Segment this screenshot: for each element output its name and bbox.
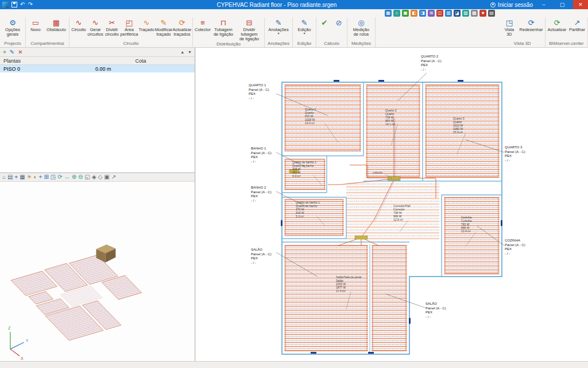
room-label-quarto2: Quarto 2 Quarto 734 W 894 W 14.1 m² xyxy=(385,109,396,126)
grid-icon[interactable]: ⊞ xyxy=(44,174,48,181)
button-label: Actualizar xyxy=(548,28,567,32)
ribbon-group-projecto: ⚙ Opções gerais Projecto xyxy=(0,17,26,47)
callout-quarto1: QUARTO 1 Painel (A - C) PEX - / - xyxy=(249,83,269,101)
undo-icon[interactable]: ↶ xyxy=(20,2,25,7)
quick-launch-icon-8[interactable]: ▥ xyxy=(445,10,452,17)
shadow-icon[interactable]: ◐ xyxy=(34,174,37,181)
quick-launch-icon-12[interactable]: ★ xyxy=(479,10,486,17)
button-label: Partilhar xyxy=(569,28,585,32)
cube-icon: ◳ xyxy=(506,19,513,28)
actualizar-tracados-button[interactable]: ⟳ Actualizar traçados xyxy=(173,18,191,37)
move-up-button[interactable]: ▲ xyxy=(180,49,184,56)
vista-3d-button[interactable]: ◳ Vista 3D xyxy=(501,18,518,37)
anular-calculo-button[interactable]: ⊘ xyxy=(332,18,346,28)
print-icon[interactable]: ▤ xyxy=(7,174,13,181)
axes-icon[interactable]: + xyxy=(39,174,42,181)
callout-salao-right: SALÃO Painel (A - C) PEX - / - xyxy=(425,302,446,319)
callout-banho1: BANHO 1 Painel (A - C) PEX - / - xyxy=(251,147,272,164)
user-icon xyxy=(490,2,496,7)
left-panel: + ✎ ✕ ▲ ▼ Plantas Cota PISO 0 0.00 m ⌂ ▤… xyxy=(0,48,195,361)
button-label: Dividir circuito xyxy=(105,28,119,37)
circuito-button[interactable]: ∿ Circuito xyxy=(71,18,87,32)
opcoes-gerais-button[interactable]: ⚙ Opções gerais xyxy=(1,18,24,37)
redesenhar-button[interactable]: ⟳ Redesenhar xyxy=(519,18,544,32)
ribbon-spacer xyxy=(376,17,500,47)
maximize-button[interactable]: ▢ xyxy=(555,0,570,9)
move-down-button[interactable]: ▼ xyxy=(188,49,192,56)
views-cube-icon[interactable]: ◳ xyxy=(51,174,56,181)
solid-view-icon[interactable]: ▣ xyxy=(104,174,109,181)
quick-launch-icon-6[interactable]: ⊞ xyxy=(428,10,435,17)
tubagem-ligacao-button[interactable]: ⊓ Tubagem de ligação xyxy=(212,18,235,37)
quick-launch-icon-5[interactable]: ◨ xyxy=(419,10,426,17)
medicao-rolos-button[interactable]: ◎ Medição de rolos xyxy=(349,18,374,37)
dividir-tubagem-button[interactable]: ⊟ Dividir tubagem de ligação xyxy=(235,18,263,41)
ribbon-group-circuito: ∿ Circuito ∿ Gerar circuitos ✂ Dividir c… xyxy=(69,17,193,47)
viewer3d-scene[interactable]: Z Y X xyxy=(0,182,195,361)
quick-launch-icon-13[interactable]: ▤ xyxy=(488,10,495,17)
quick-launch-icon-2[interactable]: ⌂ xyxy=(393,10,400,17)
chevron-down-icon: ▾ xyxy=(277,32,279,34)
tracado-button[interactable]: ∿ Traçado xyxy=(138,18,154,32)
quick-launch-icon-11[interactable]: ▩ xyxy=(471,10,478,17)
app-icon xyxy=(2,2,9,8)
button-label: Obstáculo xyxy=(47,28,66,32)
pipe-icon: ⊓ xyxy=(220,19,226,28)
partilhar-button[interactable]: ↗ Partilhar xyxy=(568,18,586,32)
novo-button[interactable]: ▭ Novo xyxy=(27,18,44,32)
button-label: Circuito xyxy=(71,28,86,32)
viewer3d-canvas[interactable]: Z Y X xyxy=(0,182,195,361)
calcular-button[interactable]: ✔ xyxy=(318,18,331,28)
level-row-piso0[interactable]: PISO 0 0.00 m xyxy=(0,65,195,72)
close-button[interactable]: ✕ xyxy=(573,0,588,9)
add-level-button[interactable]: + xyxy=(3,49,6,56)
axis-y-label: Y xyxy=(26,339,29,343)
anotacoes-button[interactable]: ✎ Anotações ▾ xyxy=(266,18,291,34)
minimize-button[interactable]: – xyxy=(536,0,551,9)
area-periferica-button[interactable]: ◰ Área periférica xyxy=(121,18,138,37)
fullscreen-icon[interactable]: ↗ xyxy=(111,174,116,181)
edit-level-button[interactable]: ✎ xyxy=(10,49,14,56)
quick-launch-icon-3[interactable]: ▣ xyxy=(402,10,409,17)
pan-icon[interactable]: ↔ xyxy=(64,174,70,181)
gerar-circuitos-button[interactable]: ∿ Gerar circuitos xyxy=(87,18,103,37)
quick-launch-icon-4[interactable]: ◧ xyxy=(411,10,417,17)
save-icon[interactable] xyxy=(11,2,17,7)
perspective-icon[interactable]: ◇ xyxy=(98,174,103,181)
zoom-extents-icon[interactable]: ◈ xyxy=(92,174,96,181)
quick-launch-icon-10[interactable]: ▨ xyxy=(462,10,469,17)
zoom-window-icon[interactable]: ◱ xyxy=(84,174,90,181)
sign-in-button[interactable]: Iniciar sessão xyxy=(490,2,533,8)
drawing-area[interactable]: QUARTO 1 Painel (A - C) PEX - / - QUARTO… xyxy=(196,48,588,361)
actualizar-bim-button[interactable]: ⟳ Actualizar xyxy=(547,18,567,32)
zoom-out-icon[interactable]: ⊖ xyxy=(78,174,83,181)
quick-launch-icon-9[interactable]: ◪ xyxy=(454,10,461,17)
quick-launch-icon-1[interactable]: ▦ xyxy=(385,10,392,17)
button-label: Traçado xyxy=(138,28,154,32)
zoom-in-icon[interactable]: ⊕ xyxy=(72,174,76,181)
column-header-cota: Cota xyxy=(92,58,189,64)
button-label: Área periférica xyxy=(121,28,138,37)
ribbon-group-compartimentos: ▭ Novo ▦ Obstáculo Compartimentos xyxy=(26,17,69,47)
levels-toolbar: + ✎ ✕ ▲ ▼ xyxy=(0,48,195,57)
colector-button[interactable]: ≡ Colector xyxy=(194,18,211,32)
measure-icon[interactable]: ⌖ xyxy=(15,174,18,181)
dividir-circuito-button[interactable]: ✂ Dividir circuito xyxy=(104,18,120,37)
pencil-icon: ✎ xyxy=(301,19,308,28)
orbit-icon[interactable]: ⟳ xyxy=(57,174,62,181)
column-header-plantas: Plantas xyxy=(0,58,92,64)
modificar-tracado-button[interactable]: ✎ Modificar traçado xyxy=(155,18,172,37)
level-name: PISO 0 xyxy=(0,66,92,72)
quick-launch-icon-7[interactable]: ◫ xyxy=(436,10,443,17)
obstaculo-button[interactable]: ▦ Obstáculo xyxy=(45,18,68,32)
edicao-button[interactable]: ✎ Edição ▾ xyxy=(294,18,315,34)
delete-level-button[interactable]: ✕ xyxy=(18,49,22,56)
light-icon[interactable]: ☀ xyxy=(27,174,32,181)
room-label-corredor: Corredor/Hall Corredor 738 W 999 W 12.8 … xyxy=(393,204,411,221)
ribbon-group-anotacoes: ✎ Anotações ▾ Anotações xyxy=(265,17,293,47)
status-bar xyxy=(0,361,588,368)
redo-icon[interactable]: ↷ xyxy=(28,2,32,7)
group-label: Edição xyxy=(294,41,315,47)
texture-icon[interactable]: ▦ xyxy=(20,174,25,181)
home-view-icon[interactable]: ⌂ xyxy=(2,174,6,181)
